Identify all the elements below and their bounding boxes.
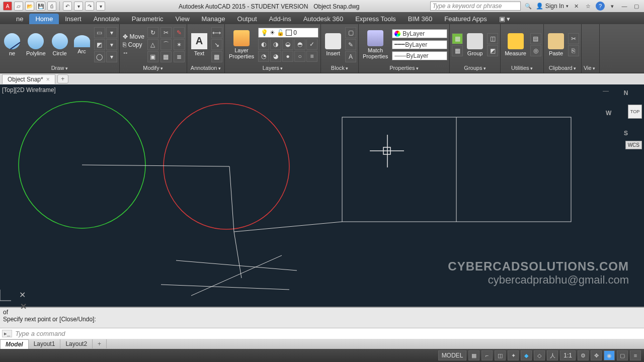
dd3-icon[interactable]: ▾ [106,51,117,62]
fillet-icon[interactable]: ⌒ [160,39,172,50]
ls5-icon[interactable]: ✓ [306,39,317,50]
panel-title-clipboard[interactable]: Clipboard [546,64,579,72]
close-tab-icon[interactable]: × [46,76,50,83]
ellipse-icon[interactable]: ◯ [94,51,105,62]
saveas-icon[interactable]: ⎙ [47,2,56,11]
exchange-icon[interactable]: ✕ [572,2,581,11]
ls10-icon[interactable]: ≡ [306,51,317,62]
tab-bim360[interactable]: BIM 360 [402,14,438,24]
minimize-icon[interactable]: — [620,2,629,11]
panel-title-view[interactable]: Vie [584,64,597,72]
redo-drop-icon[interactable]: ▾ [96,2,105,11]
tab-ne[interactable]: ne [10,14,29,24]
scale-icon[interactable]: ▣ [147,51,158,62]
drawing-canvas[interactable]: [Top][2D Wireframe] ✕ CYBERCADSOLUTIONS.… [0,84,644,307]
trim-icon[interactable]: ✂ [160,27,172,38]
grid-icon[interactable]: ▦ [468,350,479,360]
ortho-icon[interactable]: ◫ [495,350,506,360]
lwt-icon[interactable]: 人 [547,350,558,360]
g3-icon[interactable]: ◫ [487,33,498,44]
tab-featured[interactable]: Featured Apps [438,14,493,24]
snap-icon[interactable]: ⌐ [481,350,493,360]
layout-1[interactable]: Layout1 [29,339,61,348]
tab-manage[interactable]: Manage [196,14,231,24]
g4-icon[interactable]: ◩ [487,45,498,56]
u1-icon[interactable]: ▤ [530,33,541,44]
minimize-vp-icon[interactable]: — [603,87,609,95]
tab-annotate[interactable]: Annotate [88,14,126,24]
tab-express[interactable]: Express Tools [349,14,402,24]
file-tab[interactable]: Object Snap*× [2,74,55,84]
create-block-icon[interactable]: ▢ [345,27,356,38]
ls3-icon[interactable]: ◒ [282,39,293,50]
tab-a360[interactable]: Autodesk 360 [297,14,350,24]
polar-icon[interactable]: ✦ [508,350,519,360]
tab-addins[interactable]: Add-ins [263,14,297,24]
tab-insert[interactable]: Insert [59,14,88,24]
command-line[interactable]: ▸_ Type a command [0,328,644,339]
tab-output[interactable]: Output [231,14,263,24]
ls2-icon[interactable]: ◑ [270,39,281,50]
layout-add[interactable]: + [93,339,107,348]
viewcube[interactable]: N W S TOP [612,89,640,140]
search-go-icon[interactable]: 🔍 [524,2,533,11]
dd1-icon[interactable]: ▾ [106,27,117,38]
ls6-icon[interactable]: ◔ [258,51,269,62]
color-combo[interactable]: ByLayer [392,29,447,38]
ls4-icon[interactable]: ◓ [294,39,305,50]
layout-model[interactable]: Model [0,339,29,349]
layout-2[interactable]: Layout2 [60,339,93,348]
circle-button[interactable]: Circle [50,32,70,57]
ls7-icon[interactable]: ◕ [270,51,281,62]
panel-title-groups[interactable]: Groups [452,64,498,72]
viewcube-top[interactable]: TOP [628,105,642,119]
help-icon[interactable]: ? [596,2,605,11]
redo-icon[interactable]: ↷ [85,2,94,11]
rotate-icon[interactable]: ↻ [147,27,158,38]
pan-icon[interactable]: ✥ [591,350,602,360]
maximize-icon[interactable]: ▢ [632,2,641,11]
tab-parametric[interactable]: Parametric [126,14,170,24]
g2-icon[interactable]: ▦ [452,45,463,56]
offset-icon[interactable]: ≣ [174,51,185,62]
leader-icon[interactable]: ↘ [211,39,222,50]
panel-title-modify[interactable]: Modify [122,64,185,72]
lineweight-combo[interactable]: ━━━ ByLayer [392,40,447,49]
paste-button[interactable]: Paste [546,32,566,57]
panel-title-block[interactable]: Block [323,64,356,72]
viewcube-w[interactable]: W [606,110,611,117]
line-button[interactable]: ne [2,32,22,57]
status-model[interactable]: MODEL [438,350,467,360]
visual-style-label[interactable]: [Top][2D Wireframe] [2,86,56,94]
hatch-icon[interactable]: ◩ [94,39,105,50]
stay-connected-icon[interactable]: ☆ [584,2,593,11]
otrack-icon[interactable]: ◇ [534,350,545,360]
move-button[interactable]: ✥Move [122,33,145,40]
command-input[interactable]: Type a command [15,330,65,337]
layer-props-button[interactable]: Layer Properties [227,29,256,60]
new-icon[interactable]: ▱ [14,2,23,11]
viewcube-s[interactable]: S [624,130,628,137]
clean-icon[interactable]: ▢ [617,350,628,360]
ls8-icon[interactable]: ● [282,51,293,62]
cmd-caret-icon[interactable]: ▸_ [2,330,12,337]
polyline-button[interactable]: Polyline [24,32,48,57]
table-icon[interactable]: ▦ [211,51,222,62]
dd2-icon[interactable]: ▾ [106,39,117,50]
osnap-icon[interactable]: ◆ [521,350,532,360]
ls9-icon[interactable]: ○ [294,51,305,62]
copyclip-icon[interactable]: ⎘ [568,45,579,56]
tab-extras-icon[interactable]: ▣ ▾ [493,14,517,24]
panel-title-properties[interactable]: Properties [361,64,447,72]
g1-icon[interactable]: ▦ [452,33,463,44]
measure-button[interactable]: Measure [503,32,528,57]
undo-icon[interactable]: ↶ [63,2,72,11]
new-file-tab[interactable]: + [57,74,68,83]
linetype-combo[interactable]: ─── ByLayer [392,51,447,60]
ls1-icon[interactable]: ◐ [258,39,269,50]
panel-title-draw[interactable]: Draw [2,64,117,72]
gear-icon[interactable]: ⚙ [578,350,589,360]
signin-button[interactable]: 👤 Sign In ▾ [536,3,569,10]
help-search-input[interactable]: Type a keyword or phrase [430,2,521,11]
group-button[interactable]: Group [465,32,485,57]
